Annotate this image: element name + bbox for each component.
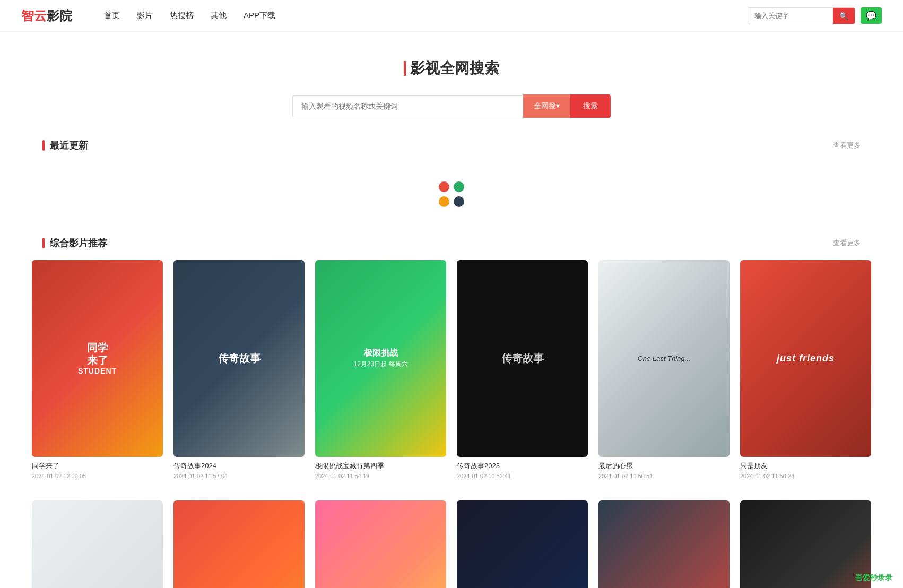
poster-text-4: 传奇故事: [457, 260, 588, 457]
nav-home[interactable]: 首页: [104, 11, 120, 21]
logo-rest: 影院: [47, 7, 72, 24]
movie-poster-11: 阿空宫殿: [598, 500, 730, 589]
poster-sub-1: STUDENT: [78, 367, 117, 375]
movies-grid-row1: 同学来了 STUDENT 同学来了 2024-01-02 12:00:05 传奇…: [0, 260, 903, 479]
movie-poster-6: just friends: [740, 260, 871, 457]
movie-poster-3: 极限挑战 12月23日起 每周六: [315, 260, 446, 457]
poster-title-3: 极限挑战: [364, 348, 398, 358]
poster-title-1: 同学来了: [87, 341, 108, 367]
recent-section-header: 最近更新 查看更多: [0, 139, 903, 152]
header-search-input[interactable]: [748, 8, 833, 23]
hero-title-bar: [404, 61, 406, 76]
movie-title-1: 同学来了: [32, 461, 163, 471]
recommend-more-link[interactable]: 查看更多: [833, 238, 861, 248]
loading-area: [0, 162, 903, 226]
nav-app[interactable]: APP下载: [244, 11, 275, 21]
hero-section: 影视全网搜索 全网搜▾ 搜索: [0, 32, 903, 139]
poster-text-12: 热: [740, 500, 871, 589]
wechat-button[interactable]: 💬: [861, 7, 882, 24]
movie-card-7[interactable]: FUTURA FUTURA 2024-01-02 11:48:12: [32, 500, 163, 589]
movie-title-3: 极限挑战宝藏行第四季: [315, 461, 446, 471]
nav-hot[interactable]: 热搜榜: [170, 11, 194, 21]
recommend-section-header: 综合影片推荐 查看更多: [0, 237, 903, 249]
poster-title-2: 传奇故事: [218, 352, 261, 365]
poster-text-9: [315, 500, 446, 589]
nav-movies[interactable]: 影片: [137, 11, 153, 21]
movie-poster-8: 闪青熊: [173, 500, 305, 589]
movie-poster-1: 同学来了 STUDENT: [32, 260, 163, 457]
movie-card-12[interactable]: 热 热血剧 2024-01-02 11:38:55: [740, 500, 871, 589]
poster-text-3: 极限挑战 12月23日起 每周六: [315, 260, 446, 457]
movie-date-6: 2024-01-02 11:50:24: [740, 473, 871, 479]
movie-card-11[interactable]: 阿空宫殿 阿空宫殿 2024-01-02 11:40:08: [598, 500, 730, 589]
movie-title-4: 传奇故事2023: [457, 461, 588, 471]
movie-title-6: 只是朋友: [740, 461, 871, 471]
movie-date-4: 2024-01-02 11:52:41: [457, 473, 588, 479]
movie-title-5: 最后的心愿: [598, 461, 730, 471]
movie-poster-5: One Last Thing...: [598, 260, 730, 457]
poster-title-5: One Last Thing...: [638, 354, 691, 362]
movie-poster-4: 传奇故事: [457, 260, 588, 457]
recommend-title: 综合影片推荐: [42, 237, 107, 249]
dot-3: [439, 196, 449, 207]
dot-1: [439, 181, 449, 192]
poster-title-6: just friends: [777, 353, 835, 364]
movie-card-8[interactable]: 闪青熊 闪青熊 2024-01-02 11:46:33: [173, 500, 305, 589]
recommend-title-text: 综合影片推荐: [50, 237, 107, 249]
header-search-box: 🔍: [748, 7, 855, 24]
logo[interactable]: 智云 影院: [21, 7, 72, 24]
poster-text-6: just friends: [740, 260, 871, 457]
movie-date-2: 2024-01-02 11:57:04: [173, 473, 305, 479]
recent-title-text: 最近更新: [50, 139, 88, 152]
poster-text-1: 同学来了 STUDENT: [32, 260, 163, 457]
movie-poster-9: [315, 500, 446, 589]
movie-poster-7: FUTURA: [32, 500, 163, 589]
hero-search-network-button[interactable]: 全网搜▾: [523, 94, 570, 118]
recent-more-link[interactable]: 查看更多: [833, 141, 861, 150]
movie-card-3[interactable]: 极限挑战 12月23日起 每周六 极限挑战宝藏行第四季 2024-01-02 1…: [315, 260, 446, 479]
poster-text-7: FUTURA: [32, 500, 163, 589]
hero-title: 影视全网搜索: [11, 58, 892, 79]
movie-date-1: 2024-01-02 12:00:05: [32, 473, 163, 479]
header-right: 🔍 💬: [748, 7, 882, 24]
movie-poster-12: 热: [740, 500, 871, 589]
movie-card-10[interactable]: chopchopShow ChopChop Show 2024-01-02 11…: [457, 500, 588, 589]
hero-search-button[interactable]: 搜索: [570, 94, 611, 118]
movie-date-5: 2024-01-02 11:50:51: [598, 473, 730, 479]
movie-title-2: 传奇故事2024: [173, 461, 305, 471]
movie-card-1[interactable]: 同学来了 STUDENT 同学来了 2024-01-02 12:00:05: [32, 260, 163, 479]
movie-card-5[interactable]: One Last Thing... 最后的心愿 2024-01-02 11:50…: [598, 260, 730, 479]
movies-grid-2: FUTURA FUTURA 2024-01-02 11:48:12 闪青熊 闪青…: [32, 500, 871, 589]
movies-grid-row2: FUTURA FUTURA 2024-01-02 11:48:12 闪青熊 闪青…: [0, 500, 903, 589]
hero-search-box: 全网搜▾ 搜索: [292, 94, 611, 118]
poster-text-11: 阿空宫殿: [598, 500, 730, 589]
nav-other[interactable]: 其他: [211, 11, 227, 21]
poster-text-10: chopchopShow: [457, 500, 588, 589]
movie-poster-2: 传奇故事: [173, 260, 305, 457]
dot-4: [454, 196, 464, 207]
movie-card-6[interactable]: just friends 只是朋友 2024-01-02 11:50:24: [740, 260, 871, 479]
recommend-title-bar: [42, 238, 45, 248]
movie-card-2[interactable]: 传奇故事 传奇故事2024 2024-01-02 11:57:04: [173, 260, 305, 479]
movie-card-9[interactable]: 综艺节目 2024-01-02 11:44:20: [315, 500, 446, 589]
main-nav: 首页 影片 热搜榜 其他 APP下载: [104, 11, 748, 21]
header-search-button[interactable]: 🔍: [833, 8, 855, 24]
movie-poster-10: chopchopShow: [457, 500, 588, 589]
logo-chinese: 智云: [21, 7, 47, 24]
poster-text-2: 传奇故事: [173, 260, 305, 457]
watermark: 吾爱秒录录: [855, 573, 892, 583]
hero-title-text: 影视全网搜索: [410, 58, 499, 79]
poster-text-5: One Last Thing...: [598, 260, 730, 457]
header: 智云 影院 首页 影片 热搜榜 其他 APP下载 🔍 💬: [0, 0, 903, 32]
movie-date-3: 2024-01-02 11:54:19: [315, 473, 446, 479]
recent-title: 最近更新: [42, 139, 88, 152]
hero-search-input[interactable]: [292, 95, 523, 117]
poster-title-4: 传奇故事: [501, 352, 544, 365]
poster-text-8: 闪青熊: [173, 500, 305, 589]
spinner-dots: [439, 181, 464, 207]
movies-grid: 同学来了 STUDENT 同学来了 2024-01-02 12:00:05 传奇…: [32, 260, 871, 479]
dot-2: [454, 181, 464, 192]
movie-card-4[interactable]: 传奇故事 传奇故事2023 2024-01-02 11:52:41: [457, 260, 588, 479]
poster-sub-3: 12月23日起 每周六: [353, 360, 407, 369]
recent-title-bar: [42, 140, 45, 151]
